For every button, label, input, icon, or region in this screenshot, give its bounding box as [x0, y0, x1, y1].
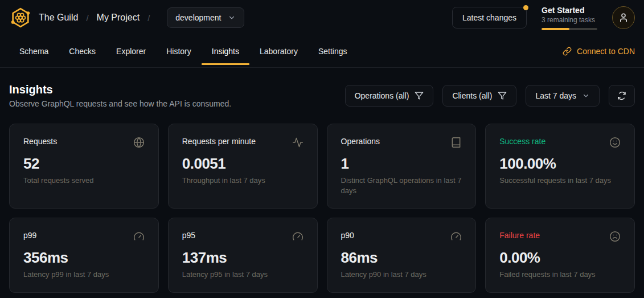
- refresh-icon: [617, 91, 626, 100]
- clients-filter-button[interactable]: Clients (all): [442, 85, 516, 107]
- card-description: Successful requests in last 7 days: [499, 175, 621, 186]
- guild-logo-icon[interactable]: [9, 6, 32, 29]
- get-started-remaining: 3 remaining tasks: [542, 16, 597, 24]
- period-select[interactable]: Last 7 days: [526, 85, 600, 107]
- tab-schema[interactable]: Schema: [9, 35, 59, 67]
- clients-filter-label: Clients (all): [452, 91, 492, 100]
- user-icon: [618, 13, 629, 23]
- card-value: 100.00%: [499, 155, 621, 173]
- environment-select-value: development: [175, 13, 221, 22]
- card-value: 86ms: [341, 249, 462, 267]
- environment-select[interactable]: development: [167, 7, 244, 28]
- activity-icon: [292, 137, 303, 148]
- page-subtitle: Observe GraphQL requests and see how the…: [9, 99, 231, 108]
- card-title: p95: [182, 231, 195, 240]
- card-value: 52: [23, 155, 145, 173]
- card-description: Failed requests in last 7 days: [499, 270, 621, 280]
- operations-card: Operations 1 Distinct GraphQL operations…: [327, 124, 477, 209]
- card-value: 0.0051: [182, 155, 303, 173]
- p95-latency-card: p95 137ms Latency p95 in last 7 days: [168, 218, 318, 293]
- p99-latency-card: p99 356ms Latency p99 in last 7 days: [9, 218, 159, 293]
- period-select-value: Last 7 days: [535, 91, 576, 100]
- card-title: p99: [23, 231, 36, 240]
- insights-page: Insights Observe GraphQL requests and se…: [0, 68, 644, 293]
- nav-bar: Schema Checks Explorer History Insights …: [0, 35, 644, 68]
- card-description: Latency p90 in last 7 days: [341, 270, 462, 280]
- connect-to-cdn-link[interactable]: Connect to CDN: [563, 47, 635, 56]
- book-icon: [450, 137, 462, 148]
- requests-per-minute-card: Requests per minute 0.0051 Throughput in…: [168, 124, 318, 209]
- card-value: 356ms: [23, 249, 145, 267]
- filter-icon: [415, 91, 424, 100]
- breadcrumb-separator: /: [147, 13, 150, 23]
- tab-insights[interactable]: Insights: [202, 35, 249, 67]
- success-rate-card: Success rate 100.00% Successful requests…: [485, 124, 635, 209]
- refresh-button[interactable]: [609, 85, 635, 107]
- card-value: 137ms: [182, 249, 303, 267]
- card-title: Requests: [23, 137, 57, 146]
- connect-to-cdn-label: Connect to CDN: [577, 47, 635, 56]
- breadcrumb-project[interactable]: My Project: [97, 13, 140, 23]
- page-title: Insights: [9, 83, 231, 96]
- card-description: Distinct GraphQL operations in last 7 da…: [341, 175, 462, 195]
- card-description: Latency p95 in last 7 days: [182, 270, 303, 280]
- card-description: Throughput in last 7 days: [182, 175, 303, 186]
- get-started-progress-bar: [542, 28, 597, 30]
- breadcrumb-separator: /: [86, 13, 88, 23]
- app-header: The Guild / My Project / development Lat…: [0, 0, 644, 35]
- insights-header: Insights Observe GraphQL requests and se…: [9, 83, 635, 108]
- get-started-widget[interactable]: Get Started 3 remaining tasks: [542, 6, 597, 30]
- chevron-down-icon: [582, 92, 590, 100]
- tab-settings[interactable]: Settings: [308, 35, 358, 67]
- smile-icon: [609, 137, 621, 148]
- p90-latency-card: p90 86ms Latency p90 in last 7 days: [327, 218, 477, 293]
- link-icon: [563, 47, 572, 56]
- tab-history[interactable]: History: [156, 35, 202, 67]
- card-title: Requests per minute: [182, 137, 256, 146]
- card-description: Total requests served: [23, 175, 145, 186]
- frown-icon: [609, 231, 621, 242]
- operations-filter-button[interactable]: Operations (all): [345, 85, 434, 107]
- card-title: Success rate: [499, 137, 545, 146]
- tab-laboratory[interactable]: Laboratory: [249, 35, 308, 67]
- get-started-progress-fill: [542, 28, 569, 30]
- gauge-icon: [133, 231, 145, 242]
- requests-card: Requests 52 Total requests served: [9, 124, 159, 209]
- notification-dot: [523, 5, 528, 10]
- get-started-title: Get Started: [542, 6, 597, 15]
- chevron-down-icon: [228, 14, 236, 22]
- stat-cards-grid: Requests 52 Total requests served Reques…: [9, 124, 635, 293]
- tab-explorer[interactable]: Explorer: [106, 35, 156, 67]
- gauge-icon: [450, 231, 462, 242]
- insights-title-block: Insights Observe GraphQL requests and se…: [9, 83, 231, 108]
- tab-checks[interactable]: Checks: [59, 35, 106, 67]
- card-value: 1: [341, 155, 462, 173]
- globe-icon: [133, 137, 145, 148]
- latest-changes-button[interactable]: Latest changes: [452, 7, 527, 28]
- gauge-icon: [292, 231, 303, 242]
- breadcrumb-org[interactable]: The Guild: [39, 13, 78, 23]
- card-value: 0.00%: [499, 249, 621, 267]
- card-description: Latency p99 in last 7 days: [23, 270, 145, 280]
- card-title: Failure rate: [499, 231, 540, 240]
- failure-rate-card: Failure rate 0.00% Failed requests in la…: [485, 218, 635, 293]
- operations-filter-label: Operations (all): [355, 91, 409, 100]
- card-title: Operations: [341, 137, 380, 146]
- latest-changes-label: Latest changes: [462, 13, 516, 22]
- filters: Operations (all) Clients (all) Last 7 da…: [345, 85, 635, 107]
- tabs: Schema Checks Explorer History Insights …: [9, 35, 358, 67]
- header-actions: Latest changes Get Started 3 remaining t…: [452, 6, 635, 30]
- card-title: p90: [341, 231, 354, 240]
- filter-icon: [498, 91, 507, 100]
- user-avatar[interactable]: [612, 6, 635, 29]
